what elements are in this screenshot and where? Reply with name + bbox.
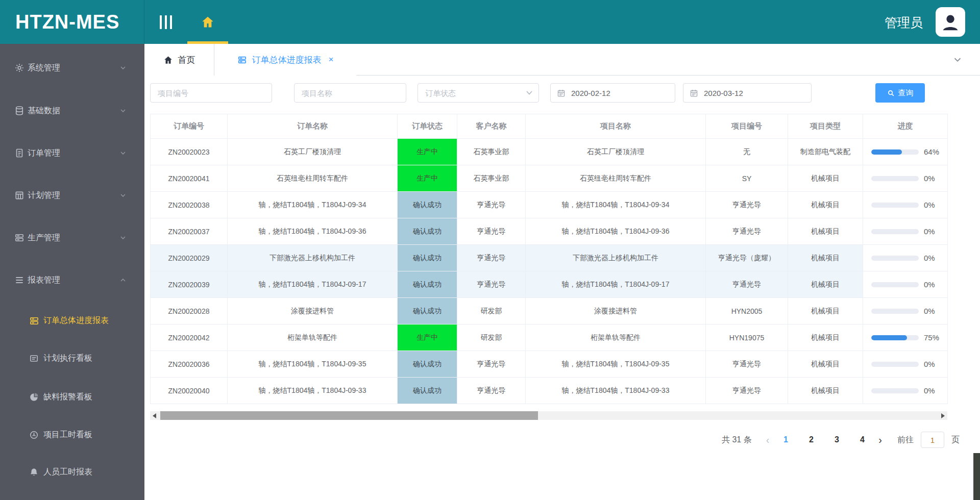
search-icon bbox=[887, 89, 895, 97]
pagination: 共 31 条 ‹ 1234 › 前往 页 bbox=[680, 431, 960, 449]
order-progress-table: 订单编号订单名称订单状态客户名称项目名称项目编号项目类型进度 ZN2002002… bbox=[150, 114, 948, 404]
page-number-list: 1234 bbox=[778, 435, 869, 444]
search-button[interactable]: 查询 bbox=[875, 83, 925, 103]
sidebar-item-base-data[interactable]: 基础数据 bbox=[0, 101, 144, 121]
user-avatar[interactable] bbox=[936, 7, 965, 37]
tabbar-chevron-down-icon[interactable] bbox=[952, 54, 963, 65]
user-name: 管理员 bbox=[885, 14, 923, 31]
page-number[interactable]: 4 bbox=[855, 435, 869, 444]
table-row[interactable]: ZN20020023石英工厂楼顶清理生产中石英事业部石英工厂楼顶清理无制造部电气… bbox=[151, 139, 948, 165]
cell-project-code: 亨通光导 bbox=[706, 192, 788, 218]
progress-bar bbox=[871, 176, 919, 181]
status-badge: 生产中 bbox=[398, 139, 457, 165]
cell-order-name: 轴，烧结T1804轴，T1804J-09-35 bbox=[228, 351, 398, 378]
table-row[interactable]: ZN20020036轴，烧结T1804轴，T1804J-09-35确认成功亨通光… bbox=[151, 351, 948, 378]
column-header: 订单编号 bbox=[151, 114, 228, 139]
cell-order-no: ZN20020023 bbox=[151, 139, 228, 165]
home-icon bbox=[200, 15, 215, 29]
sidebar-item-production-management[interactable]: 生产管理 bbox=[0, 228, 144, 248]
page-number[interactable]: 2 bbox=[804, 435, 818, 444]
next-page-button[interactable]: › bbox=[876, 434, 884, 446]
cell-project-code: 亨通光导 bbox=[706, 271, 788, 298]
column-header: 项目编号 bbox=[706, 114, 788, 139]
sidebar-subitem-material-shortage-alarm-board[interactable]: 缺料报警看板 bbox=[0, 387, 144, 407]
cell-project-name: 轴，烧结T1804轴，T1804J-09-33 bbox=[526, 378, 706, 404]
cell-project-type: 机械项目 bbox=[788, 245, 863, 271]
cell-progress: 0% bbox=[863, 218, 948, 245]
scroll-right-arrow-icon[interactable] bbox=[939, 411, 947, 420]
table-row[interactable]: ZN20020038轴，烧结T1804轴，T1804J-09-34确认成功亨通光… bbox=[151, 192, 948, 218]
column-header: 客户名称 bbox=[457, 114, 526, 139]
progress-bar bbox=[871, 335, 919, 340]
sidebar-subitem-label: 人员工时报表 bbox=[43, 467, 92, 478]
page-number[interactable]: 1 bbox=[778, 435, 793, 444]
cell-project-type: 机械项目 bbox=[788, 165, 863, 192]
cell-project-code: HYN19075 bbox=[706, 324, 788, 351]
cell-order-name: 轴，烧结T1804轴，T1804J-09-34 bbox=[228, 192, 398, 218]
status-badge: 确认成功 bbox=[398, 378, 457, 404]
cell-order-name: 轴，烧结T1804轴，T1804J-09-17 bbox=[228, 271, 398, 298]
cell-progress: 0% bbox=[863, 378, 948, 404]
cell-project-code: SY bbox=[706, 165, 788, 192]
progress-bar bbox=[871, 229, 919, 234]
vertical-scrollbar-thumb[interactable] bbox=[973, 453, 980, 500]
bell-icon bbox=[29, 467, 39, 477]
project-code-input[interactable] bbox=[150, 83, 272, 103]
date-to-input[interactable] bbox=[683, 83, 812, 103]
column-header: 项目名称 bbox=[526, 114, 706, 139]
progress-label: 0% bbox=[924, 201, 945, 209]
home-icon bbox=[163, 55, 173, 65]
database-icon bbox=[14, 106, 24, 116]
table-row[interactable]: ZN20020028涂覆接进料管确认成功研发部涂覆接进料管HYN2005机械项目… bbox=[151, 298, 948, 324]
date-from-input[interactable] bbox=[550, 83, 675, 103]
cell-progress: 0% bbox=[863, 245, 948, 271]
cell-project-type: 机械项目 bbox=[788, 324, 863, 351]
project-name-input[interactable] bbox=[294, 83, 406, 103]
goto-page-input[interactable] bbox=[921, 432, 944, 448]
status-badge: 确认成功 bbox=[398, 245, 457, 271]
progress-label: 0% bbox=[924, 174, 945, 183]
table-row[interactable]: ZN20020037轴，烧结T1804轴，T1804J-09-36确认成功亨通光… bbox=[151, 218, 948, 245]
table-row[interactable]: ZN20020039轴，烧结T1804轴，T1804J-09-17确认成功亨通光… bbox=[151, 271, 948, 298]
list-icon bbox=[14, 275, 24, 285]
document-icon bbox=[14, 148, 24, 158]
horizontal-scrollbar-thumb[interactable] bbox=[160, 411, 538, 420]
page-number[interactable]: 3 bbox=[829, 435, 844, 444]
header-home-button[interactable] bbox=[197, 12, 219, 32]
cell-order-name: 石英纽亳柱周转车配件 bbox=[228, 165, 398, 192]
scroll-left-arrow-icon[interactable] bbox=[150, 411, 159, 420]
sidebar-collapse-button[interactable] bbox=[160, 15, 177, 29]
order-status-select[interactable] bbox=[418, 83, 539, 103]
table-row[interactable]: ZN20020042桁架单轨等配件生产中研发部桁架单轨等配件HYN19075机械… bbox=[151, 324, 948, 351]
tab-label: 首页 bbox=[178, 54, 195, 66]
table-row[interactable]: ZN20020040轴，烧结T1804轴，T1804J-09-33确认成功亨通光… bbox=[151, 378, 948, 404]
prev-page-button[interactable]: ‹ bbox=[764, 434, 772, 446]
status-badge: 确认成功 bbox=[398, 298, 457, 324]
sidebar-item-report-management[interactable]: 报表管理 bbox=[0, 270, 144, 290]
sidebar-subitem-order-overall-progress-report[interactable]: 订单总体进度报表 bbox=[0, 310, 144, 331]
app-screen: HTZN-MES 管理员 系统管理基础数据订单管理计划管理生产管理报表管理订单总… bbox=[0, 0, 980, 500]
sidebar-subitem-project-hours-board[interactable]: 项目工时看板 bbox=[0, 424, 144, 445]
status-badge: 确认成功 bbox=[398, 192, 457, 218]
table-row[interactable]: ZN20020041石英纽亳柱周转车配件生产中石英事业部石英纽亳柱周转车配件SY… bbox=[151, 165, 948, 192]
sidebar-item-system-management[interactable]: 系统管理 bbox=[0, 58, 144, 78]
sidebar-item-label: 报表管理 bbox=[28, 275, 60, 286]
table-row[interactable]: ZN20020029下部激光器上移机构加工件确认成功亨通光导下部激光器上移机构加… bbox=[151, 245, 948, 271]
app-logo: HTZN-MES bbox=[0, 11, 119, 33]
sidebar-subitem-plan-execution-board[interactable]: 计划执行看板 bbox=[0, 348, 144, 368]
cell-progress: 0% bbox=[863, 192, 948, 218]
cell-order-no: ZN20020029 bbox=[151, 245, 228, 271]
tab-order-progress-report[interactable]: 订单总体进度报表 × bbox=[214, 44, 356, 76]
close-icon[interactable]: × bbox=[329, 55, 334, 65]
sidebar-item-order-management[interactable]: 订单管理 bbox=[0, 143, 144, 163]
sidebar-item-plan-management[interactable]: 计划管理 bbox=[0, 185, 144, 206]
progress-bar bbox=[871, 309, 919, 314]
cell-project-type: 机械项目 bbox=[788, 271, 863, 298]
progress-label: 0% bbox=[924, 254, 945, 262]
cell-order-name: 石英工厂楼顶清理 bbox=[228, 139, 398, 165]
progress-label: 0% bbox=[924, 280, 945, 289]
tab-home[interactable]: 首页 bbox=[144, 44, 214, 76]
person-icon bbox=[939, 10, 962, 34]
sidebar-subitem-personnel-hours-report[interactable]: 人员工时报表 bbox=[0, 462, 144, 482]
horizontal-scrollbar[interactable] bbox=[150, 411, 947, 420]
